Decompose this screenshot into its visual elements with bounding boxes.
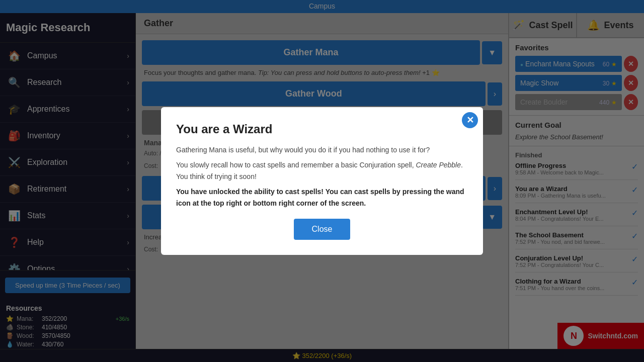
modal: ✕ You are a Wizard Gathering Mana is use… — [161, 107, 483, 255]
modal-overlay: ✕ You are a Wizard Gathering Mana is use… — [0, 0, 644, 362]
modal-close-button[interactable]: Close — [294, 219, 351, 240]
modal-footer: Close — [176, 219, 468, 240]
modal-title: You are a Wizard — [176, 122, 468, 136]
modal-body-1: Gathering Mana is useful, but why would … — [176, 144, 468, 155]
modal-close-x[interactable]: ✕ — [462, 112, 478, 128]
modal-body-2: You slowly recall how to cast spells and… — [176, 159, 468, 182]
modal-body-3: You have unlocked the ability to cast sp… — [176, 186, 468, 209]
modal-body: Gathering Mana is useful, but why would … — [176, 144, 468, 209]
